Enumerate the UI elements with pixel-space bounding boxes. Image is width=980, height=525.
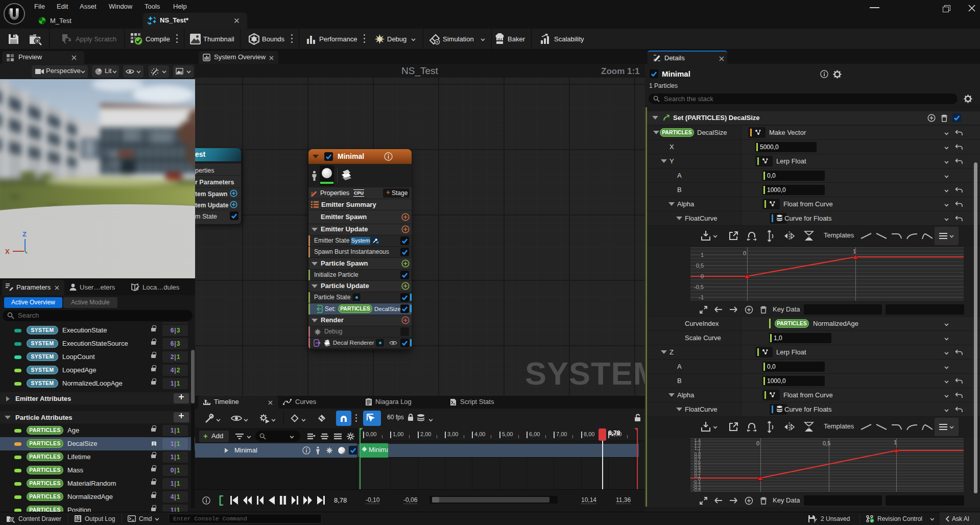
svg-text:X: X	[5, 248, 10, 255]
svg-text:Z: Z	[22, 230, 27, 238]
